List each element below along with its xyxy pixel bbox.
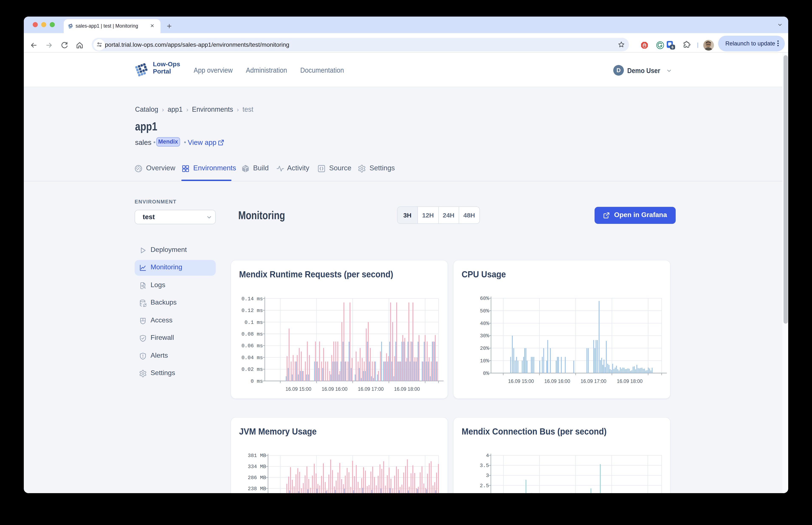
svg-text:60%: 60% <box>480 296 489 301</box>
svg-text:0%: 0% <box>483 370 489 376</box>
svg-text:381 MB: 381 MB <box>248 453 266 459</box>
svg-text:2.5: 2.5 <box>479 483 489 489</box>
svg-text:40%: 40% <box>480 320 489 326</box>
svg-text:0.04 ms: 0.04 ms <box>241 355 263 360</box>
svg-text:50%: 50% <box>480 308 489 314</box>
svg-text:16.09 17:00: 16.09 17:00 <box>357 386 383 392</box>
svg-text:16.09 15:00: 16.09 15:00 <box>285 386 311 392</box>
svg-text:16.09 15:00: 16.09 15:00 <box>508 378 534 384</box>
svg-text:3.5: 3.5 <box>479 463 489 468</box>
svg-text:16.09 18:00: 16.09 18:00 <box>617 378 643 384</box>
svg-text:16.09 16:00: 16.09 16:00 <box>544 378 570 384</box>
svg-text:238 MB: 238 MB <box>248 486 266 492</box>
svg-text:0.1 ms: 0.1 ms <box>244 319 263 325</box>
svg-text:20%: 20% <box>480 345 489 351</box>
svg-text:3: 3 <box>486 473 489 479</box>
svg-text:4: 4 <box>486 453 489 459</box>
svg-text:2: 2 <box>486 493 489 493</box>
svg-text:16.09 17:00: 16.09 17:00 <box>580 378 606 384</box>
svg-text:16.09 18:00: 16.09 18:00 <box>394 386 420 392</box>
svg-text:0.08 ms: 0.08 ms <box>241 331 263 337</box>
svg-text:10%: 10% <box>480 358 489 364</box>
svg-text:334 MB: 334 MB <box>248 464 266 469</box>
svg-text:16.09 16:00: 16.09 16:00 <box>321 386 348 392</box>
svg-text:0 ms: 0 ms <box>250 378 263 384</box>
svg-text:6: 6 <box>672 45 674 49</box>
svg-text:0.02 ms: 0.02 ms <box>241 366 263 372</box>
svg-text:0.12 ms: 0.12 ms <box>241 308 263 313</box>
svg-text:286 MB: 286 MB <box>248 475 266 481</box>
svg-text:0.06 ms: 0.06 ms <box>241 343 263 348</box>
svg-text:0.14 ms: 0.14 ms <box>241 296 263 302</box>
svg-text:30%: 30% <box>480 333 489 339</box>
